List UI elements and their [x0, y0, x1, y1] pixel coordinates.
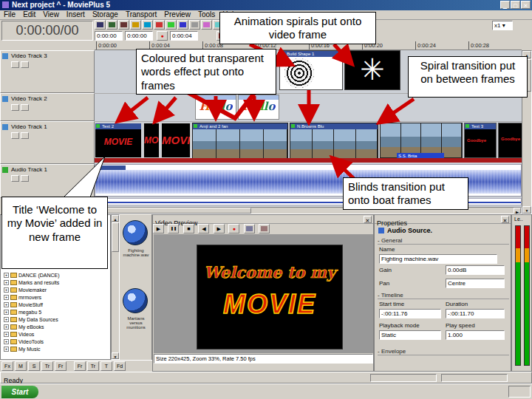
toolbar-icon[interactable]: [142, 20, 153, 30]
solo-button[interactable]: S: [28, 361, 40, 371]
toolbar-icon[interactable]: [130, 20, 141, 30]
menu-preview[interactable]: Preview: [164, 10, 191, 19]
clip-movie-short-2[interactable]: MOVIE: [161, 123, 191, 158]
pause-button[interactable]: ❚❚: [168, 224, 179, 233]
maximize-button[interactable]: ▢: [511, 1, 520, 9]
media-disc-icon[interactable]: [123, 220, 148, 245]
toolbar-icon[interactable]: [118, 20, 129, 30]
playback-mode-field[interactable]: Static: [379, 330, 441, 340]
toolbar-icon[interactable]: [189, 20, 200, 30]
scroll-down-icon[interactable]: ▼: [522, 206, 531, 214]
scroll-thumb[interactable]: [112, 222, 119, 252]
track-header-video-2[interactable]: Video Track 2: [0, 93, 95, 121]
tree-item[interactable]: +MovieStuff: [2, 301, 109, 308]
clip-spiral-animation[interactable]: Build Shape 1: [279, 50, 343, 90]
zoom-select[interactable]: x1 ▾: [492, 21, 513, 30]
menu-transport[interactable]: Transport: [126, 10, 157, 19]
tree-item[interactable]: +DANCE (DANCE): [2, 271, 109, 279]
toolbar-icon[interactable]: [259, 224, 270, 233]
expand-icon[interactable]: +: [4, 324, 9, 330]
fade-button[interactable]: Fd: [114, 361, 126, 371]
expand-icon[interactable]: +: [4, 280, 9, 285]
frame-up-button[interactable]: Fr: [74, 361, 86, 371]
solo-button[interactable]: [21, 61, 29, 68]
track-header-audio-1[interactable]: Audio Track 1: [0, 164, 95, 198]
toolbar-icon[interactable]: [244, 224, 255, 233]
toolbar-icon[interactable]: [95, 20, 106, 30]
solo-button[interactable]: [21, 132, 29, 139]
clip-movie-short-1[interactable]: MOVIE: [143, 123, 160, 158]
menu-insert[interactable]: Insert: [66, 10, 85, 19]
section-envelope[interactable]: - Envelope: [378, 348, 509, 355]
clip-boat-video-3[interactable]: S.S. Brita: [380, 123, 463, 158]
expand-icon[interactable]: +: [4, 273, 9, 278]
mute-button[interactable]: [11, 132, 19, 139]
expand-icon[interactable]: +: [4, 295, 9, 300]
track-header-video-1[interactable]: Video Track 1: [0, 121, 95, 164]
frame-button[interactable]: Fr: [55, 361, 66, 371]
timecode-field-3[interactable]: 0:00:04: [170, 31, 198, 41]
pan-field[interactable]: Centre: [446, 279, 505, 288]
expand-icon[interactable]: +: [4, 317, 9, 322]
menu-edit[interactable]: Edit: [23, 10, 35, 19]
properties-titlebar[interactable]: Properties ✕: [375, 215, 511, 224]
tree-vscrollbar[interactable]: ▲ ▼: [111, 214, 120, 360]
tree-item[interactable]: +Videos: [2, 330, 109, 338]
toolbar-icon[interactable]: [166, 20, 177, 30]
menu-storage[interactable]: Storage: [92, 10, 118, 19]
tree-item[interactable]: +My eBooks: [2, 323, 109, 330]
clip-hello-2[interactable]: Hello: [238, 95, 279, 120]
timecode-field-1[interactable]: 0:00:00: [95, 31, 123, 41]
solo-button[interactable]: [21, 104, 29, 111]
record-button[interactable]: ●: [228, 224, 239, 233]
record-button[interactable]: ●: [157, 31, 168, 41]
close-button[interactable]: ✕: [521, 1, 531, 9]
tree-item[interactable]: +Moviemaker: [2, 286, 109, 293]
menu-tools[interactable]: Tools: [198, 10, 215, 19]
scroll-down-icon[interactable]: ▼: [112, 352, 119, 359]
mute-button[interactable]: [11, 61, 19, 68]
clip-boat-video-2[interactable]: N.Browns Blu: [290, 123, 378, 158]
clip-pinwheel-animation[interactable]: ✳: [344, 50, 400, 90]
toolbar-icon[interactable]: [154, 20, 165, 30]
expand-icon[interactable]: +: [4, 332, 9, 337]
clip-hello-1[interactable]: Hello: [195, 95, 236, 120]
expand-icon[interactable]: +: [4, 347, 9, 352]
start-button[interactable]: Start: [1, 386, 38, 398]
mute-button[interactable]: [11, 104, 19, 111]
expand-icon[interactable]: +: [4, 287, 9, 293]
clip-text2-movie[interactable]: Text 2 MOVIE: [95, 123, 142, 158]
solo-button[interactable]: [21, 175, 29, 182]
prev-frame-button[interactable]: ◀: [198, 224, 209, 233]
tree-item[interactable]: +VideoTools: [2, 338, 109, 345]
stop-button[interactable]: ■: [183, 224, 194, 233]
expand-icon[interactable]: +: [4, 339, 9, 344]
tree-item[interactable]: +mrmovers: [2, 293, 109, 301]
scroll-up-icon[interactable]: ▲: [112, 215, 119, 222]
tree-item[interactable]: +Marks and results: [2, 279, 109, 286]
media-disc-icon[interactable]: [123, 288, 148, 313]
scroll-thumb[interactable]: [103, 208, 251, 214]
toolbar-icon[interactable]: [201, 20, 212, 30]
preview-titlebar[interactable]: Video Preview ✕: [153, 215, 373, 224]
next-frame-button[interactable]: ▶: [214, 224, 225, 233]
minimize-button[interactable]: ▁: [500, 1, 510, 9]
section-timeline[interactable]: - Timeline: [378, 292, 509, 299]
preview-close-button[interactable]: ✕: [364, 216, 372, 223]
play-button[interactable]: ▶: [153, 224, 164, 233]
timecode-field-2[interactable]: 0:00:00: [125, 31, 153, 41]
mute-button[interactable]: [11, 175, 19, 182]
menu-file[interactable]: File: [4, 10, 16, 19]
transition-button[interactable]: Tr: [41, 361, 53, 371]
tree-item[interactable]: +megabu 5: [2, 308, 109, 316]
track-button[interactable]: Tr: [87, 361, 99, 371]
duration-field[interactable]: -:00:11.70: [446, 309, 505, 318]
gain-field[interactable]: 0.00dB: [446, 265, 505, 275]
expand-icon[interactable]: +: [4, 302, 9, 307]
expand-icon[interactable]: +: [4, 310, 9, 315]
mute-button[interactable]: M: [15, 361, 27, 371]
text-button[interactable]: T: [100, 361, 112, 371]
toolbar-icon[interactable]: [106, 20, 117, 30]
name-field[interactable]: Fighting machine.wav: [379, 254, 497, 264]
properties-close-button[interactable]: ✕: [501, 216, 509, 223]
